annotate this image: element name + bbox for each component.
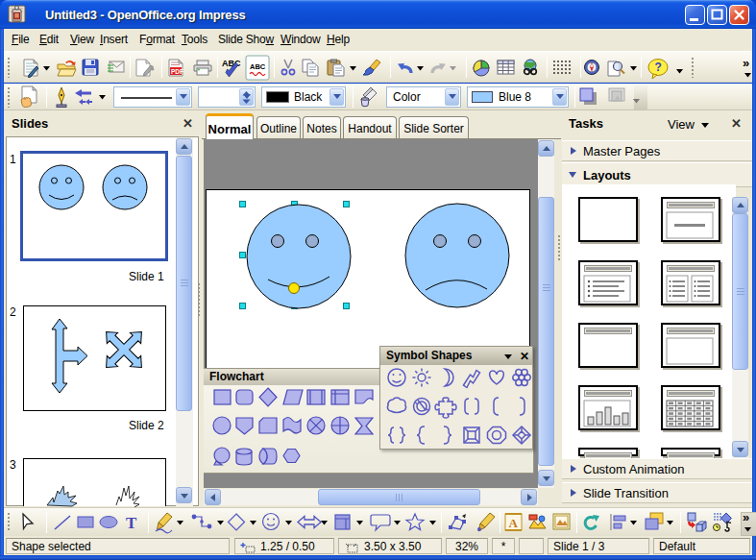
svg-text:ABC: ABC: [222, 59, 241, 68]
svg-text:A: A: [509, 516, 519, 530]
svg-text:?: ?: [655, 61, 662, 74]
svg-text:PDF: PDF: [171, 68, 183, 75]
svg-text:»: »: [743, 56, 749, 70]
svg-text:»: »: [743, 510, 749, 524]
svg-text:ABC: ABC: [250, 62, 266, 71]
svg-text:T: T: [126, 514, 137, 532]
